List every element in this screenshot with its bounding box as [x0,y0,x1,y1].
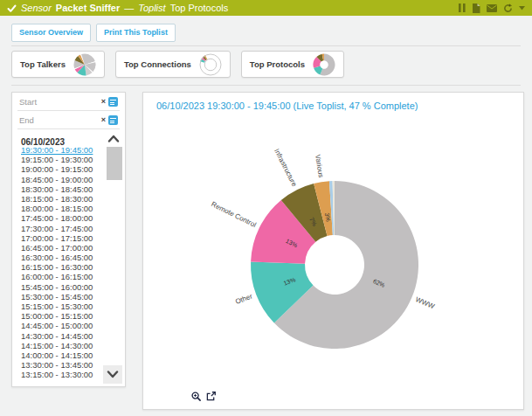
report-icon[interactable] [472,3,480,13]
interval-item[interactable]: 16:30:00 - 16:45:00 [12,253,103,262]
zoom-icon[interactable] [191,392,201,401]
interval-item[interactable]: 17:30:00 - 17:45:00 [12,224,103,233]
donut-chart-icon [313,53,335,76]
interval-item[interactable]: 19:15:00 - 19:30:00 [12,155,103,164]
caret-down-icon[interactable] [519,6,525,10]
interval-item[interactable]: 18:30:00 - 18:45:00 [12,184,103,194]
toplist-title: 06/10/2023 19:30:00 - 19:45:00 (Live Top… [156,101,418,111]
interval-item[interactable]: 15:15:00 - 15:30:00 [12,302,103,311]
toplist-tab-top-talkers[interactable]: Top Talkers [11,51,105,78]
interval-item[interactable]: 13:30:00 - 13:45:00 [12,360,103,370]
slice-name-label: Other [234,292,253,306]
donut-chart-icon [199,53,222,76]
slice-name-label: WWW [414,295,436,310]
clear-start-icon[interactable]: × [101,98,106,106]
interval-item[interactable]: 13:15:00 - 13:30:00 [12,370,103,379]
interval-sidebar: × × 06/10/2023 19:30:00 - 19:45:0019:15:… [11,92,126,387]
interval-item[interactable]: 17:00:00 - 17:15:00 [12,233,103,243]
interval-item[interactable]: 14:45:00 - 15:00:00 [12,321,103,330]
toplist-tabs: Top TalkersTop ConnectionsTop Protocols [11,51,344,78]
interval-item[interactable]: 16:15:00 - 16:30:00 [12,262,103,272]
toplist-tab-label: Top Talkers [20,59,66,69]
interval-list: 19:30:00 - 19:45:0019:15:00 - 19:30:0019… [12,145,103,383]
interval-item[interactable]: 18:45:00 - 19:00:00 [12,175,103,184]
page-title: Top Protocols [170,3,229,13]
scrollbar-thumb[interactable] [107,147,122,180]
interval-item[interactable]: 17:45:00 - 18:00:00 [12,213,103,223]
pause-icon[interactable] [459,3,466,12]
toplist-tab-top-connections[interactable]: Top Connections [115,51,231,78]
check-icon [7,3,17,13]
calendar-icon[interactable] [108,115,118,125]
external-link-icon[interactable] [206,392,216,401]
slice-name-label: Remote Control [210,200,257,229]
interval-item[interactable]: 14:15:00 - 14:30:00 [12,341,103,350]
refresh-icon[interactable] [503,3,513,13]
chart-footer [191,392,216,401]
divider [11,45,521,46]
interval-item[interactable]: 18:00:00 - 18:15:00 [12,204,103,213]
interval-item[interactable]: 15:00:00 - 15:15:00 [12,311,103,321]
interval-item[interactable]: 15:30:00 - 15:45:00 [12,292,103,302]
start-date-row: × [17,93,120,111]
print-toplist-button[interactable]: Print This Toplist [96,24,176,42]
interval-item[interactable]: 14:00:00 - 14:15:00 [12,350,103,360]
toplist-tab-label: Top Protocols [250,59,305,69]
envelope-icon[interactable] [487,4,497,12]
slice-name-label: Various [314,154,325,178]
divider [11,85,521,86]
interval-item[interactable]: 19:30:00 - 19:45:00 [12,145,103,155]
interval-item[interactable]: 16:00:00 - 16:15:00 [12,272,103,281]
interval-item[interactable]: 18:15:00 - 18:30:00 [12,194,103,204]
interval-item[interactable]: 16:45:00 - 17:00:00 [12,243,103,253]
scroll-up-icon[interactable] [105,131,122,145]
object-type-label: Sensor [21,3,52,13]
protocol-donut-chart[interactable]: 62%WWW13%Other13%Remote Control7%Infrast… [143,112,525,385]
slice-name-label: Infrastructure [273,148,299,189]
toplist-tab-top-protocols[interactable]: Top Protocols [241,51,344,78]
toplist-panel: 06/10/2023 19:30:00 - 19:45:00 (Live Top… [142,92,524,410]
toolbar: Sensor Overview Print This Toplist [11,24,176,42]
section-label: Toplist [138,3,165,13]
end-date-input[interactable] [19,115,99,125]
interval-item[interactable]: 15:45:00 - 16:00:00 [12,282,103,292]
pie-chart-icon [73,53,96,76]
end-date-row: × [17,111,120,129]
sensor-name: Packet Sniffer [56,3,120,13]
breadcrumb-separator: — [124,3,134,13]
interval-item[interactable]: 13:00:00 - 13:15:00 [12,380,103,384]
scroll-down-icon[interactable] [103,365,122,384]
interval-item[interactable]: 19:00:00 - 19:15:00 [12,164,103,174]
clear-end-icon[interactable]: × [101,116,106,124]
start-date-input[interactable] [19,97,99,107]
interval-item[interactable]: 14:30:00 - 14:45:00 [12,331,103,341]
breadcrumb: Sensor Packet Sniffer — Toplist Top Prot… [7,3,228,13]
sensor-header-bar: Sensor Packet Sniffer — Toplist Top Prot… [0,0,532,16]
toplist-tab-label: Top Connections [124,59,191,69]
sensor-overview-button[interactable]: Sensor Overview [11,24,91,42]
header-actions [459,3,525,13]
calendar-icon[interactable] [108,97,118,107]
